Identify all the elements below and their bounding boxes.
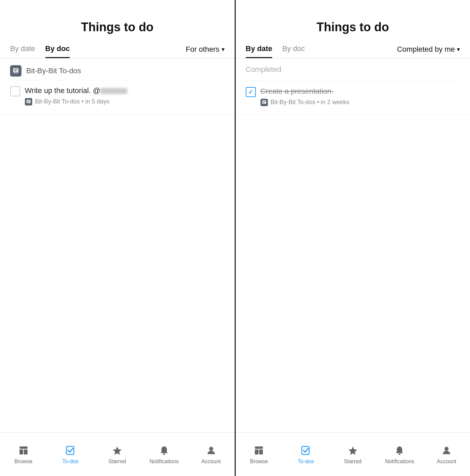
svg-rect-9: [24, 449, 28, 455]
right-nav-browse[interactable]: Browse: [236, 444, 283, 465]
right-nav-account[interactable]: Account: [423, 444, 470, 465]
right-todos-icon: [300, 444, 312, 457]
svg-rect-3: [13, 73, 18, 73]
svg-rect-4: [27, 100, 31, 103]
right-todo-checkbox-1[interactable]: [246, 87, 256, 97]
right-panel-content: Things to do By date By doc Completed by…: [236, 0, 470, 432]
left-meta-text-1: Bit-By-Bit To-dos • in 5 days: [35, 98, 109, 105]
left-filter-label: For others: [186, 45, 219, 54]
right-bottom-nav: Browse To-dos Starred: [236, 432, 470, 476]
svg-point-13: [209, 447, 213, 451]
right-starred-icon: [347, 444, 359, 457]
svg-rect-10: [66, 446, 74, 455]
left-nav-account[interactable]: Account: [188, 444, 235, 465]
left-tab-by-date[interactable]: By date: [10, 44, 35, 58]
svg-point-23: [444, 447, 449, 451]
left-group-title: Bit-By-Bit To-dos: [26, 67, 81, 75]
right-nav-starred[interactable]: Starred: [329, 444, 376, 465]
left-todo-meta-1: Bit-By-Bit To-dos • in 5 days: [25, 98, 225, 105]
svg-rect-18: [255, 449, 258, 455]
left-nav-starred-label: Starred: [108, 459, 126, 465]
left-todo-checkbox-1[interactable]: [10, 86, 20, 96]
left-nav-browse-label: Browse: [14, 459, 32, 465]
right-panel: Things to do By date By doc Completed by…: [236, 0, 470, 476]
left-nav-starred[interactable]: Starred: [94, 444, 141, 465]
left-filter-dropdown[interactable]: For others ▾: [186, 45, 224, 58]
right-todo-meta-1: Bit-By-Bit To-dos • in 2 weeks: [261, 99, 460, 106]
right-nav-account-label: Account: [437, 459, 456, 465]
svg-rect-14: [262, 100, 266, 104]
right-section-label: Completed: [236, 58, 470, 77]
right-filter-label: Completed by me: [397, 45, 455, 54]
svg-rect-15: [263, 101, 266, 102]
right-chevron-icon: ▾: [457, 46, 460, 53]
left-tabs: By date By doc For others ▾: [0, 44, 235, 58]
left-nav-notifications-label: Notifications: [149, 459, 179, 465]
right-tabs: By date By doc Completed by me ▾: [236, 44, 470, 58]
right-todo-body-1: Create a presentation. Bit-By-Bit To-dos…: [261, 86, 460, 106]
left-todo-body-1: Write up the tutorial. @ Bit-By-Bit To-d…: [25, 86, 225, 105]
left-nav-browse[interactable]: Browse: [0, 444, 47, 465]
mention-blur: [100, 88, 127, 94]
right-meta-text-1: Bit-By-Bit To-dos • in 2 weeks: [271, 99, 349, 106]
svg-point-12: [163, 453, 165, 455]
svg-marker-21: [348, 446, 357, 455]
right-nav-todos[interactable]: To-dos: [282, 444, 329, 465]
left-todos-icon: [64, 444, 77, 457]
left-browse-icon: [17, 444, 30, 457]
svg-rect-5: [27, 101, 30, 101]
left-group-header: Bit-By-Bit To-dos: [10, 62, 225, 80]
left-nav-todos[interactable]: To-dos: [47, 444, 94, 465]
left-chevron-icon: ▾: [222, 46, 225, 53]
right-meta-doc-icon: [261, 99, 268, 106]
svg-rect-0: [13, 68, 18, 72]
left-nav-todos-label: To-dos: [62, 459, 79, 465]
right-filter-dropdown[interactable]: Completed by me ▾: [397, 45, 460, 58]
left-bottom-nav: Browse To-dos Starred: [0, 432, 235, 476]
right-nav-browse-label: Browse: [250, 459, 268, 465]
left-group-icon: [10, 65, 21, 77]
right-group-bit-by-bit: Create a presentation. Bit-By-Bit To-dos…: [236, 77, 470, 115]
right-nav-notifications-label: Notifications: [385, 459, 414, 465]
left-account-icon: [205, 444, 217, 457]
svg-rect-2: [14, 71, 16, 71]
left-notifications-icon: [158, 444, 170, 457]
right-nav-notifications[interactable]: Notifications: [376, 444, 423, 465]
right-notifications-icon: [393, 444, 406, 457]
right-nav-starred-label: Starred: [344, 459, 362, 465]
right-tabs-left: By date By doc: [246, 44, 305, 58]
left-nav-notifications[interactable]: Notifications: [141, 444, 188, 465]
svg-rect-8: [19, 449, 23, 455]
svg-marker-11: [113, 446, 122, 455]
svg-rect-7: [19, 446, 28, 449]
left-panel-content: Things to do By date By doc For others ▾: [0, 0, 235, 432]
svg-rect-17: [255, 446, 263, 449]
right-page-title: Things to do: [236, 0, 470, 44]
left-nav-account-label: Account: [201, 459, 221, 465]
left-meta-doc-icon: [25, 98, 32, 105]
left-group-bit-by-bit: Bit-By-Bit To-dos Write up the tutorial.…: [0, 58, 235, 115]
left-starred-icon: [111, 444, 123, 457]
left-tabs-left: By date By doc: [10, 44, 70, 58]
svg-rect-19: [259, 449, 263, 455]
left-panel: Things to do By date By doc For others ▾: [0, 0, 235, 476]
right-nav-todos-label: To-dos: [298, 459, 314, 465]
right-tab-by-doc[interactable]: By doc: [282, 44, 305, 58]
right-tab-by-date[interactable]: By date: [246, 44, 272, 58]
left-tab-by-doc[interactable]: By doc: [45, 44, 70, 58]
left-todo-item-1: Write up the tutorial. @ Bit-By-Bit To-d…: [10, 80, 225, 111]
svg-point-22: [398, 453, 401, 455]
svg-rect-20: [302, 446, 309, 455]
right-todo-item-1: Create a presentation. Bit-By-Bit To-dos…: [246, 81, 460, 112]
right-todo-text-1: Create a presentation.: [261, 86, 460, 97]
svg-rect-6: [27, 102, 29, 102]
right-browse-icon: [253, 444, 265, 457]
left-page-title: Things to do: [0, 0, 235, 44]
svg-rect-1: [14, 69, 17, 70]
right-account-icon: [440, 444, 453, 457]
left-todo-text-1: Write up the tutorial. @: [25, 86, 225, 96]
svg-rect-16: [263, 102, 265, 103]
